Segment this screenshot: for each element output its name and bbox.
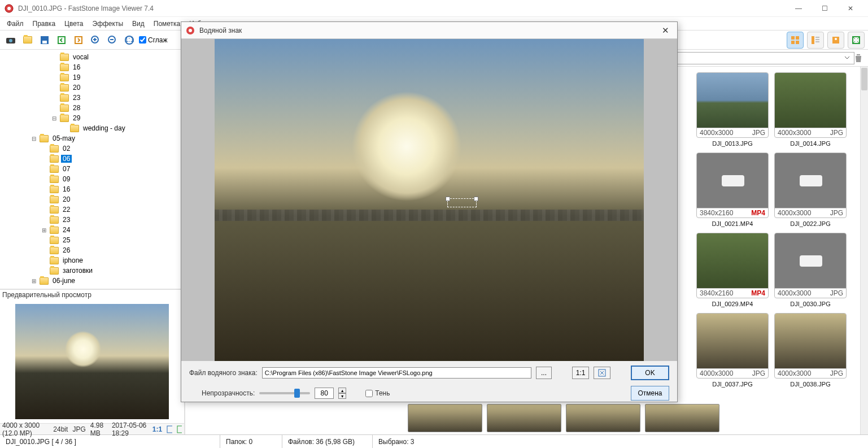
- menu-file[interactable]: Файл: [2, 19, 28, 29]
- svg-rect-21: [177, 426, 182, 433]
- shadow-checkbox[interactable]: Тень: [365, 389, 390, 397]
- thumb-image: [775, 153, 846, 208]
- info-ext: JPG: [72, 425, 85, 433]
- close-button[interactable]: ✕: [838, 0, 863, 17]
- folder-icon: [40, 277, 49, 285]
- view-portrait-icon[interactable]: [827, 32, 844, 49]
- tree-item[interactable]: iphone: [0, 255, 184, 266]
- zoom-out-icon[interactable]: [105, 33, 120, 47]
- opacity-slider[interactable]: [259, 392, 310, 394]
- minimize-button[interactable]: —: [786, 0, 812, 17]
- dialog-titlebar[interactable]: Водяной знак ✕: [181, 22, 677, 39]
- menu-edit[interactable]: Правка: [28, 19, 60, 29]
- back-icon[interactable]: [54, 33, 69, 47]
- tree-expander-icon[interactable]: ⊞: [30, 278, 37, 284]
- view-thumbnails-icon[interactable]: [787, 32, 804, 49]
- dialog-close-button[interactable]: ✕: [658, 23, 673, 38]
- dialog-preview: [181, 39, 677, 361]
- thumbnail[interactable]: 4000x3000JPGDJI_0030.JPG: [774, 233, 847, 307]
- delete-icon[interactable]: [852, 52, 865, 64]
- open-icon[interactable]: [20, 33, 35, 47]
- tree-item[interactable]: 02: [0, 143, 184, 154]
- tree-item[interactable]: заготовки: [0, 266, 184, 276]
- thumbnail[interactable]: 4000x3000JPGDJI_0038.JPG: [774, 313, 847, 388]
- tree-expander-icon[interactable]: ⊞: [41, 227, 47, 233]
- menu-colors[interactable]: Цвета: [60, 19, 88, 29]
- menu-effects[interactable]: Эффекты: [88, 19, 128, 29]
- zoom-in-icon[interactable]: [88, 33, 103, 47]
- actual-size-button[interactable]: 1:1: [572, 367, 589, 379]
- thumb-meta: 4000x3000JPG: [697, 128, 768, 137]
- opacity-spinner[interactable]: ▲▼: [338, 388, 346, 399]
- tree-item[interactable]: 25: [0, 235, 184, 245]
- save-icon[interactable]: [37, 33, 52, 47]
- tree-item[interactable]: 28: [0, 103, 184, 113]
- opacity-value[interactable]: [315, 388, 334, 399]
- fit-button[interactable]: [594, 367, 610, 379]
- smooth-checkbox[interactable]: Сглаж: [139, 36, 167, 44]
- ok-button[interactable]: OK: [631, 366, 669, 380]
- folder-icon: [50, 227, 59, 234]
- watermark-handle[interactable]: [447, 198, 477, 207]
- tree-item[interactable]: ⊞06-june: [0, 276, 184, 286]
- thumbnail[interactable]: 4000x3000JPGDJI_0013.JPG: [696, 72, 769, 147]
- tree-item[interactable]: 19: [0, 72, 184, 82]
- tree-item[interactable]: ⊟05-may: [0, 133, 184, 143]
- thumb-image: [697, 73, 768, 128]
- fullscreen-icon[interactable]: [177, 425, 182, 433]
- tree-item[interactable]: 07: [0, 164, 184, 174]
- filmstrip-item[interactable]: [487, 404, 561, 432]
- tree-item[interactable]: 09: [0, 174, 184, 184]
- thumbnail[interactable]: 3840x2160MP4DJI_0029.MP4: [696, 233, 769, 307]
- tree-label: 16: [61, 185, 72, 193]
- vertical-scrollbar[interactable]: [860, 67, 868, 434]
- svg-rect-16: [812, 36, 814, 44]
- maximize-button[interactable]: ☐: [812, 0, 838, 17]
- folder-icon: [50, 247, 59, 254]
- dialog-image[interactable]: [215, 39, 644, 361]
- tree-item[interactable]: 20: [0, 82, 184, 93]
- menu-tag[interactable]: Пометка: [149, 19, 185, 29]
- thumbnail[interactable]: 3840x2160MP4DJI_0021.MP4: [696, 153, 769, 227]
- preview-panel: [0, 300, 184, 423]
- folder-tree[interactable]: vocal1619202328⊟29wedding - day⊟05-may02…: [0, 50, 184, 289]
- cancel-button[interactable]: Отмена: [631, 386, 669, 401]
- filmstrip-item[interactable]: [645, 404, 719, 432]
- watermark-file-input[interactable]: [262, 367, 531, 379]
- folder-icon: [70, 125, 79, 132]
- folder-icon: [50, 267, 59, 275]
- tree-item[interactable]: 20: [0, 194, 184, 205]
- tree-item[interactable]: 23: [0, 215, 184, 225]
- filmstrip-item[interactable]: [408, 404, 482, 432]
- acquire-icon[interactable]: [3, 33, 18, 47]
- folder-icon: [40, 135, 49, 142]
- fit-icon[interactable]: [167, 425, 172, 433]
- tree-item[interactable]: 16: [0, 184, 184, 194]
- view-details-icon[interactable]: [807, 32, 824, 49]
- browse-button[interactable]: ...: [536, 367, 552, 379]
- preview-image[interactable]: [15, 304, 169, 419]
- menu-view[interactable]: Вид: [128, 19, 149, 29]
- tree-item[interactable]: ⊟29: [0, 113, 184, 123]
- tree-item[interactable]: 23: [0, 93, 184, 103]
- tree-item[interactable]: 26: [0, 245, 184, 255]
- tree-expander-icon[interactable]: ⊟: [30, 136, 37, 142]
- tree-item[interactable]: ⊞24: [0, 225, 184, 235]
- actual-size-icon[interactable]: 1:1: [122, 33, 137, 47]
- thumbnail[interactable]: 4000x3000JPGDJI_0014.JPG: [774, 72, 847, 147]
- thumbnail[interactable]: 4000x3000JPGDJI_0037.JPG: [696, 313, 769, 388]
- tree-item[interactable]: 22: [0, 205, 184, 215]
- tree-item[interactable]: vocal: [0, 52, 184, 62]
- view-fullscreen-icon[interactable]: [848, 32, 865, 49]
- chevron-down-icon[interactable]: [844, 55, 850, 61]
- svg-rect-14: [791, 41, 795, 44]
- filmstrip-item[interactable]: [566, 404, 640, 432]
- tree-item[interactable]: 16: [0, 62, 184, 72]
- thumb-filename: DJI_0022.JPG: [774, 218, 847, 227]
- thumbnail[interactable]: 4000x3000JPGDJI_0022.JPG: [774, 153, 847, 227]
- forward-icon[interactable]: [71, 33, 86, 47]
- thumb-filename: DJI_0038.JPG: [774, 379, 847, 388]
- tree-expander-icon[interactable]: ⊟: [51, 115, 58, 121]
- tree-item[interactable]: 06: [0, 154, 184, 164]
- tree-item[interactable]: wedding - day: [0, 123, 184, 133]
